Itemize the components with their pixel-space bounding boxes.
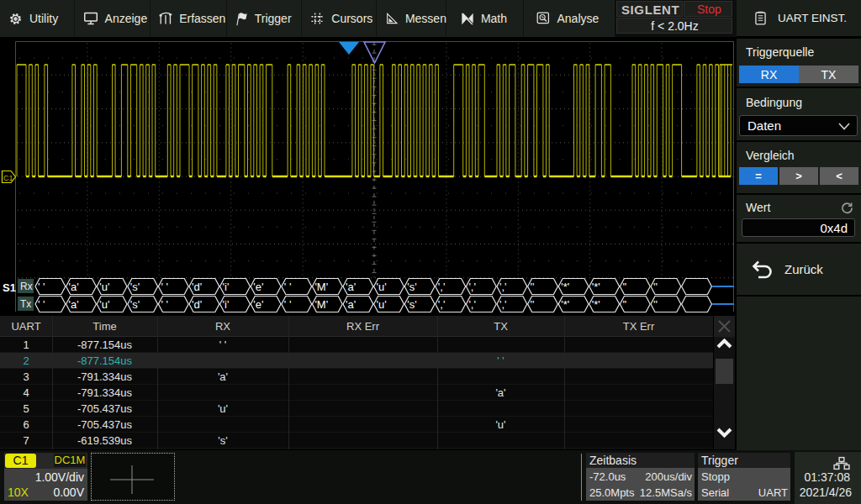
svg-text:'u': 'u': [99, 298, 109, 311]
svg-text:Tx: Tx: [20, 298, 31, 310]
svg-text:'*': '*': [561, 281, 569, 293]
svg-text:' ': ' ': [38, 281, 45, 293]
svg-text:'': '': [622, 281, 626, 293]
svg-text:Rx: Rx: [20, 281, 33, 292]
svg-text:'*': '*': [561, 298, 569, 311]
svg-text:'s': 's': [407, 281, 416, 293]
svg-text:'*': '*': [592, 298, 600, 311]
svg-text:' ': ' ': [38, 298, 45, 311]
svg-text:',': ',': [468, 298, 476, 311]
svg-text:'*': '*': [592, 281, 600, 293]
svg-text:',': ',': [438, 298, 446, 311]
svg-text:'': '': [653, 298, 658, 311]
svg-text:',': ',': [499, 281, 507, 293]
svg-text:',': ',': [468, 281, 476, 293]
svg-text:C1: C1: [3, 174, 13, 182]
svg-text:'': '': [653, 281, 658, 293]
svg-text:'i': 'i': [223, 298, 230, 311]
svg-text:'a': 'a': [69, 281, 79, 293]
svg-text:'': '': [531, 281, 535, 293]
svg-text:'a': 'a': [346, 281, 356, 293]
svg-text:'': '': [531, 298, 535, 311]
svg-text:'a': 'a': [69, 298, 79, 311]
svg-text:' ': ' ': [161, 298, 168, 311]
svg-text:'u': 'u': [377, 281, 387, 293]
svg-text:' ': ' ': [284, 281, 292, 293]
svg-text:'u': 'u': [377, 298, 387, 311]
svg-text:'s': 's': [130, 298, 140, 311]
svg-text:'': '': [622, 298, 626, 311]
svg-text:' ': ' ': [284, 298, 292, 311]
svg-text:',': ',': [438, 281, 446, 293]
svg-text:'e': 'e': [253, 298, 263, 311]
svg-text:S1: S1: [3, 281, 16, 294]
svg-text:'i': 'i': [223, 281, 230, 293]
svg-text:'d': 'd': [192, 298, 202, 311]
svg-text:'d': 'd': [192, 281, 202, 293]
svg-text:'s': 's': [130, 281, 140, 293]
svg-text:'u': 'u': [99, 281, 109, 293]
svg-text:'M': 'M': [314, 281, 328, 293]
svg-text:' ': ' ': [161, 281, 168, 293]
svg-text:'e': 'e': [253, 281, 263, 293]
svg-text:'s': 's': [407, 298, 416, 311]
svg-text:'a': 'a': [346, 298, 356, 311]
svg-text:',': ',': [499, 298, 507, 311]
svg-text:'M': 'M': [314, 298, 328, 311]
